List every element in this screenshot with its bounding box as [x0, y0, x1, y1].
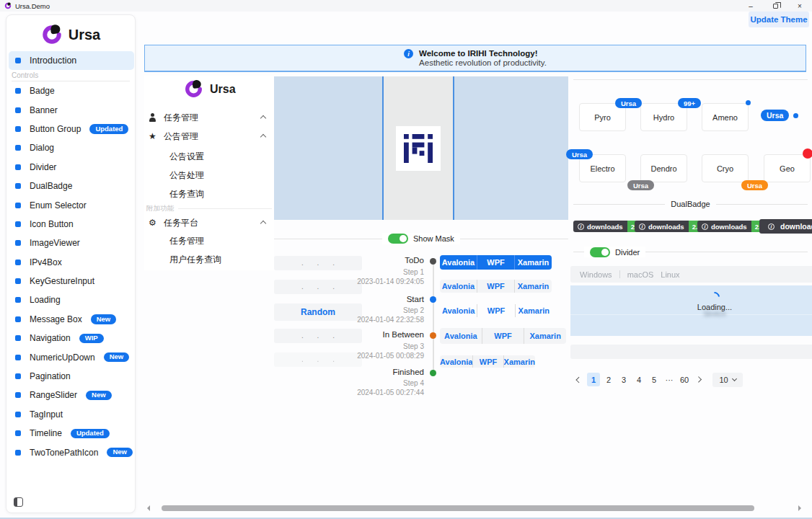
page-ellipsis[interactable]: ···: [663, 373, 676, 386]
divider-toggle[interactable]: [590, 247, 610, 257]
wpf-button[interactable]: WPF: [477, 255, 514, 270]
section-divider: [178, 208, 272, 209]
timeline-title-in-between: In Between: [274, 330, 424, 339]
sidebar-item-introduction[interactable]: Introduction: [9, 51, 134, 70]
ursa-badge: Ursa: [615, 98, 642, 108]
xamarin-button[interactable]: Xamarin: [514, 280, 552, 293]
bullet-icon: [15, 335, 21, 341]
sidebar-item-navigation[interactable]: NavigationWIP: [9, 329, 136, 347]
sidebar-item-pagination[interactable]: Pagination: [9, 367, 136, 386]
person-icon: [148, 113, 157, 123]
menu-item-notice-handling[interactable]: 公告处理: [169, 169, 204, 182]
sidebar-item-taginput[interactable]: TagInput: [9, 405, 136, 424]
sidebar-item-dualbadge[interactable]: DualBadge: [9, 177, 136, 195]
sidebar-item-rangeslider[interactable]: RangeSliderNew: [9, 386, 136, 404]
menu-item-task-management-2[interactable]: 任务管理: [169, 234, 204, 247]
sidebar-collapse-icon[interactable]: [14, 497, 23, 507]
next-page-button[interactable]: [693, 373, 705, 386]
wpf-button[interactable]: WPF: [477, 304, 514, 317]
ursa-logo-icon: [41, 24, 63, 45]
xamarin-button[interactable]: Xamarin: [514, 255, 552, 270]
menu-item-notice-management[interactable]: ★ 公告管理: [144, 128, 274, 144]
menu-item-user-task-query[interactable]: 用户任务查询: [169, 253, 221, 266]
sidebar-item-timeline[interactable]: TimelineUpdated: [9, 424, 136, 443]
sidebar-item-badge[interactable]: Badge: [9, 81, 136, 100]
sidebar-item-keygestureinput[interactable]: KeyGestureInput: [9, 272, 136, 290]
sidebar-item-enum-selector[interactable]: Enum Selector: [9, 195, 136, 214]
loading-text: Loading...: [570, 303, 812, 311]
minimize-button[interactable]: –: [738, 0, 763, 12]
sidebar-item-numericupdown[interactable]: NumericUpDownNew: [9, 347, 136, 366]
sidebar-item-divider[interactable]: Divider: [9, 158, 136, 177]
sidebar-item-imageviewer[interactable]: ImageViewer: [9, 234, 136, 252]
page-5[interactable]: 5: [648, 373, 661, 386]
page-4[interactable]: 4: [632, 373, 645, 386]
avalonia-button[interactable]: Avalonia: [440, 304, 477, 317]
avalonia-button[interactable]: Avalonia: [440, 280, 477, 293]
menu-item-task-management[interactable]: 任务管理: [144, 110, 274, 125]
xamarin-button[interactable]: Xamarin: [515, 304, 552, 317]
show-mask-label: Show Mask: [413, 234, 454, 243]
timeline-time: 2024-01-05 00:27:44: [274, 389, 424, 396]
brand-name: Ursa: [210, 83, 236, 96]
maximize-button[interactable]: [763, 0, 787, 12]
new-tag: New: [91, 314, 117, 324]
scroll-left-icon[interactable]: [147, 505, 150, 511]
sidebar-item-icon-button[interactable]: Icon Button: [9, 215, 136, 234]
bullet-icon: [15, 203, 21, 208]
wpf-button[interactable]: WPF: [472, 355, 503, 368]
show-mask-toggle[interactable]: [388, 234, 408, 244]
wpf-button[interactable]: WPF: [482, 328, 524, 344]
badge-card-geo: Geo: [764, 154, 811, 182]
new-tag: New: [104, 352, 130, 362]
page-3[interactable]: 3: [617, 373, 630, 386]
bullet-icon: [15, 316, 21, 322]
scroll-right-icon[interactable]: [798, 505, 801, 511]
prev-page-button[interactable]: [573, 373, 585, 386]
red-dot-badge: [803, 148, 812, 159]
dot-badge: [746, 100, 751, 105]
horizontal-scrollbar-thumb[interactable]: [162, 505, 754, 511]
page-60[interactable]: 60: [678, 373, 691, 386]
xamarin-button[interactable]: Xamarin: [503, 355, 535, 368]
info-icon: i: [768, 223, 775, 230]
standalone-ursa-badge: Ursa: [761, 110, 789, 121]
page-2[interactable]: 2: [602, 373, 615, 386]
sidebar-item-loading[interactable]: Loading: [9, 290, 136, 309]
sidebar-item-button-group[interactable]: Button GroupUpdated: [9, 120, 136, 138]
button-group-solid: Avalonia WPF Xamarin: [440, 255, 552, 270]
linux-label: Linux: [661, 270, 679, 279]
sidebar-item-banner[interactable]: Banner: [9, 100, 136, 119]
divider: [619, 270, 620, 278]
ursa-logo-icon: [184, 79, 203, 99]
menu-item-task-query[interactable]: 任务查询: [169, 187, 204, 200]
controls-section-label: Controls: [12, 71, 38, 79]
button-group-wide: Avalonia WPF Xamarin: [440, 328, 566, 344]
sidebar-item-dialog[interactable]: Dialog: [9, 138, 136, 157]
update-theme-button[interactable]: Update Theme: [749, 12, 809, 27]
page-1[interactable]: 1: [587, 373, 600, 386]
avalonia-button[interactable]: Avalonia: [440, 355, 472, 368]
timeline-dot-finished: [430, 370, 436, 376]
sidebar-item-twotonepathicon[interactable]: TwoTonePathIconNew: [9, 443, 136, 461]
dualbadge-divider: DualBadge: [573, 200, 808, 208]
menu-item-notice-settings[interactable]: 公告设置: [169, 150, 204, 163]
windows-label: Windows: [580, 270, 612, 279]
avalonia-button[interactable]: Avalonia: [440, 328, 482, 344]
bullet-icon: [15, 412, 21, 417]
menu-item-task-platform[interactable]: ⚙ 任务平台: [144, 215, 274, 231]
divider-toggle-label: Divider: [615, 248, 640, 257]
navigation-menu: Ursa 任务管理 ★ 公告管理 公告设置 公告处理 任务查询 附加功能 ⚙ 任…: [144, 76, 274, 270]
xamarin-button[interactable]: Xamarin: [524, 328, 566, 344]
wpf-button[interactable]: WPF: [477, 280, 514, 293]
sidebar-item-ipv4box[interactable]: IPv4Box: [9, 253, 136, 272]
image-viewer[interactable]: [274, 76, 568, 220]
page-size-select[interactable]: 10: [712, 373, 743, 387]
ursa-badge-orange: Ursa: [741, 180, 768, 190]
new-tag: New: [86, 391, 112, 400]
sidebar-item-message-box[interactable]: Message BoxNew: [9, 310, 136, 329]
sidebar-brand: Ursa: [6, 24, 135, 45]
timeline-title-finished: Finished: [274, 368, 424, 376]
close-button[interactable]: ×: [787, 0, 812, 12]
avalonia-button[interactable]: Avalonia: [440, 255, 477, 270]
